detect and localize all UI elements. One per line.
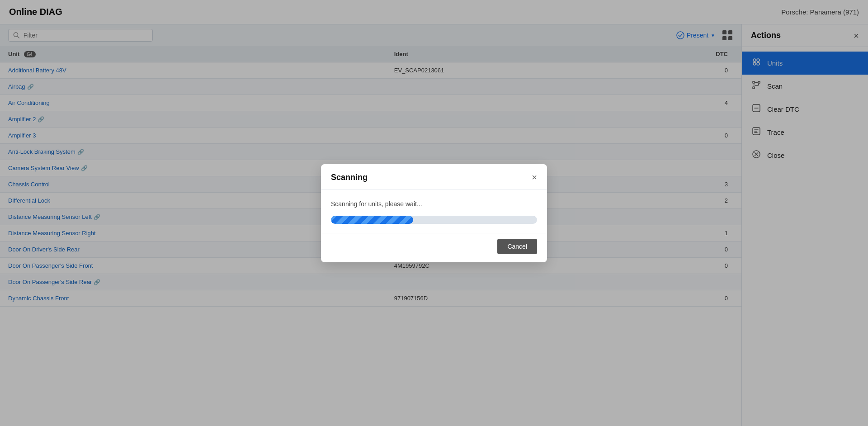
- cancel-button[interactable]: Cancel: [497, 239, 537, 254]
- modal-title: Scanning: [331, 173, 368, 182]
- modal-body: Scanning for units, please wait...: [321, 189, 547, 233]
- modal-message: Scanning for units, please wait...: [331, 200, 537, 208]
- progress-bar-fill: [331, 216, 413, 224]
- modal-close-button[interactable]: ×: [532, 172, 537, 183]
- modal-header: Scanning ×: [321, 164, 547, 189]
- progress-bar-container: [331, 216, 537, 224]
- modal-footer: Cancel: [321, 233, 547, 262]
- modal-overlay: Scanning × Scanning for units, please wa…: [0, 0, 868, 426]
- scanning-modal: Scanning × Scanning for units, please wa…: [321, 164, 547, 262]
